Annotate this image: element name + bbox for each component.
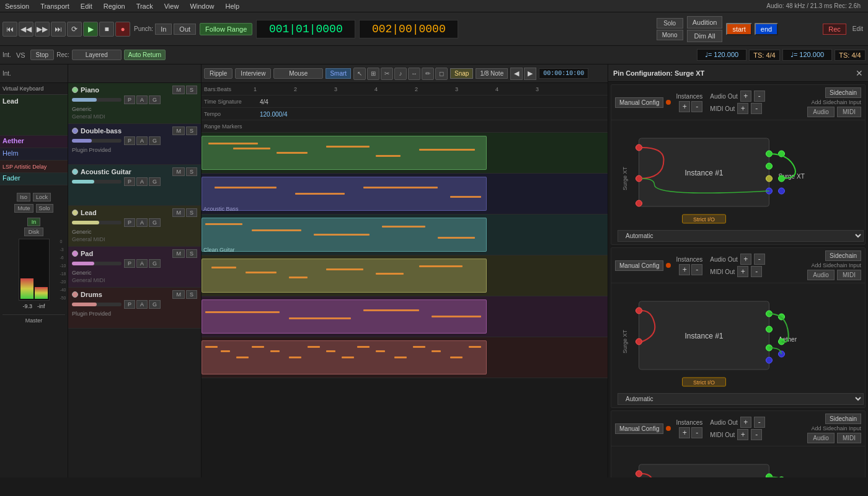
audio-out-add-3[interactable]: + (740, 417, 751, 428)
manual-config-btn-3[interactable]: Manual Config (615, 423, 663, 434)
automatic-select-2[interactable]: Automatic (618, 393, 864, 405)
rewind-button[interactable]: ◀◀ (19, 22, 33, 37)
audio-out-add-2[interactable]: + (740, 254, 751, 265)
menu-help[interactable]: Help (223, 2, 242, 10)
play-button[interactable]: ▶ (83, 22, 98, 37)
lead-mute-btn[interactable]: M (172, 208, 185, 217)
snap-button[interactable]: Snap (450, 68, 473, 79)
menu-transport[interactable]: Transport (38, 2, 72, 10)
note-dropdown[interactable]: 1/8 Note (476, 68, 508, 79)
piano-g-btn[interactable]: G (149, 95, 161, 104)
piano-p-btn[interactable]: P (124, 95, 135, 104)
in-button[interactable]: In (27, 218, 41, 226)
pad-a-btn[interactable]: A (136, 259, 148, 268)
midi-out-remove-1[interactable]: - (751, 103, 762, 114)
follow-range-button[interactable]: Follow Range (200, 23, 252, 35)
goto-start-button[interactable]: ⏮ (2, 22, 17, 37)
menu-region[interactable]: Region (101, 2, 128, 10)
audio-btn-2[interactable]: Audio (807, 270, 835, 280)
piano-solo-btn[interactable]: S (186, 86, 197, 94)
guitar-p-btn[interactable]: P (124, 177, 135, 186)
guitar-solo-btn[interactable]: S (186, 167, 197, 176)
lead-a-btn[interactable]: A (136, 218, 148, 227)
range-tool[interactable]: ⊞ (367, 68, 379, 80)
audition-tool[interactable]: ♪ (394, 68, 407, 80)
nav-prev-button[interactable]: ◀ (510, 68, 523, 80)
menu-view[interactable]: View (162, 2, 182, 10)
midi-out-remove-2[interactable]: - (751, 266, 762, 277)
piano-block-1[interactable] (202, 136, 487, 170)
sidechain-dropdown-2[interactable]: Sidechain (825, 250, 861, 261)
menu-window[interactable]: Window (187, 2, 216, 10)
audition-button[interactable]: Audition (687, 16, 723, 29)
fast-forward-button[interactable]: ▶▶ (35, 22, 50, 37)
midi-out-add-3[interactable]: + (737, 429, 748, 440)
lock-button[interactable]: Lock (33, 193, 51, 202)
automatic-select-1[interactable]: Automatic (618, 230, 864, 242)
drums-a-btn[interactable]: A (136, 300, 148, 309)
mouse-dropdown[interactable]: Mouse (273, 68, 323, 79)
drums-g-btn[interactable]: G (149, 300, 161, 309)
solo-button[interactable]: Solo (657, 18, 683, 29)
erase-tool[interactable]: ◻ (435, 68, 448, 80)
menu-edit[interactable]: Edit (78, 2, 95, 10)
lead-block-1[interactable] (202, 259, 487, 293)
cut-tool[interactable]: ✂ (381, 68, 393, 80)
pin-close-button[interactable]: ✕ (856, 68, 863, 78)
audio-btn-3[interactable]: Audio (807, 433, 835, 443)
midi-out-add-2[interactable]: + (737, 266, 748, 277)
drums-solo-btn[interactable]: S (186, 290, 197, 299)
mute-button-main[interactable]: Mute (14, 204, 33, 213)
cursor-tool[interactable]: ↖ (353, 68, 366, 80)
solo-button-main[interactable]: Solo (36, 204, 53, 213)
midi-btn-3[interactable]: MIDI (837, 433, 861, 443)
guitar-mute-btn[interactable]: M (172, 167, 185, 176)
bass-solo-btn[interactable]: S (186, 126, 197, 135)
goto-end-button[interactable]: ⏭ (51, 22, 66, 37)
audio-out-remove-1[interactable]: - (754, 91, 765, 102)
menu-session[interactable]: Session (2, 2, 32, 10)
end-marker-button[interactable]: end (755, 23, 778, 35)
auto-return-button[interactable]: Auto Return (124, 50, 166, 60)
bass-a-btn[interactable]: A (136, 136, 148, 145)
mono-button[interactable]: Mono (657, 30, 683, 40)
instances-add-2[interactable]: + (679, 264, 690, 275)
layered-dropdown[interactable]: Layered (72, 50, 122, 60)
drums-p-btn[interactable]: P (124, 300, 135, 309)
punch-out-button[interactable]: Out (174, 24, 196, 35)
stop-small-button[interactable]: Stop (30, 50, 55, 60)
guitar-a-btn[interactable]: A (136, 177, 148, 186)
stop-button[interactable]: ■ (99, 22, 114, 37)
midi-out-remove-3[interactable]: - (751, 429, 762, 440)
nav-next-button[interactable]: ▶ (524, 68, 536, 80)
menu-track[interactable]: Track (134, 2, 156, 10)
midi-btn-1[interactable]: MIDI (837, 107, 861, 117)
piano-a-btn[interactable]: A (136, 95, 148, 104)
interview-button[interactable]: Interview (235, 68, 271, 79)
audio-out-remove-2[interactable]: - (754, 254, 765, 265)
lead-g-btn[interactable]: G (149, 218, 161, 227)
manual-config-btn-2[interactable]: Manual Config (615, 260, 663, 271)
lead-solo-btn[interactable]: S (186, 208, 197, 217)
instances-remove-1[interactable]: - (691, 101, 702, 112)
start-marker-button[interactable]: start (726, 23, 751, 35)
sidechain-dropdown-3[interactable]: Sidechain (825, 414, 861, 424)
guitar-fader[interactable] (72, 180, 122, 184)
manual-config-btn-1[interactable]: Manual Config (615, 97, 663, 108)
drums-mute-btn[interactable]: M (172, 290, 185, 299)
record-button[interactable]: ● (115, 22, 130, 37)
dim-all-button[interactable]: Dim All (687, 30, 723, 42)
ripple-button[interactable]: Ripple (204, 68, 232, 79)
guitar-g-btn[interactable]: G (149, 177, 161, 186)
sidechain-dropdown-1[interactable]: Sidechain (825, 87, 861, 98)
piano-mute-btn[interactable]: M (172, 86, 185, 94)
punch-in-button[interactable]: In (155, 24, 172, 35)
lead-p-btn[interactable]: P (124, 218, 135, 227)
instances-add-3[interactable]: + (679, 427, 690, 438)
midi-btn-2[interactable]: MIDI (837, 270, 861, 280)
loop-button[interactable]: ⟳ (67, 22, 82, 37)
bass-p-btn[interactable]: P (124, 136, 135, 145)
bass-block-1[interactable] (202, 177, 487, 211)
pencil-tool[interactable]: ✏ (422, 68, 434, 80)
pad-block-1[interactable] (202, 299, 487, 334)
